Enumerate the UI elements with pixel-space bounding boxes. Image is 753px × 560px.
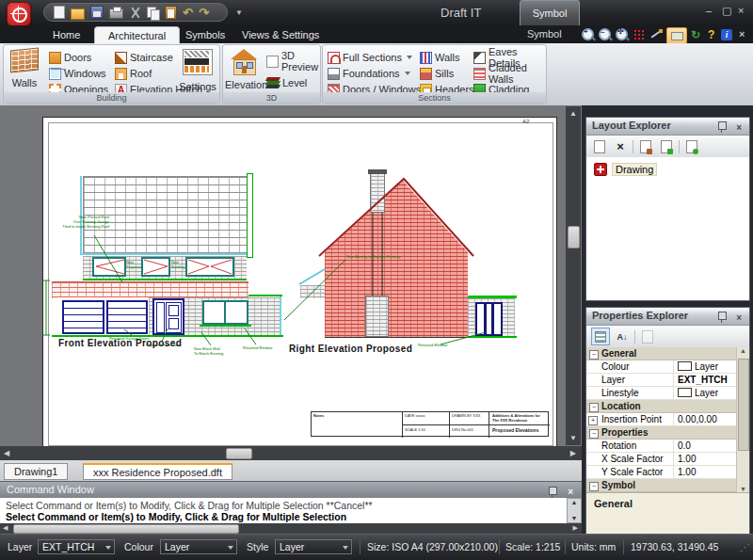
scroll-up-arrow[interactable]: ▲	[568, 499, 581, 505]
property-row-linestyle[interactable]: Linestyle Layer	[586, 387, 737, 400]
categorized-view-button[interactable]	[591, 328, 610, 345]
command-vscrollbar[interactable]: ▲ ▼	[567, 498, 582, 523]
scroll-up-arrow[interactable]: ▲	[737, 347, 749, 354]
layout-item-drawing[interactable]: Drawing	[594, 163, 657, 176]
import-layout-button[interactable]	[637, 138, 654, 154]
command-window-title: Command Window	[7, 484, 94, 495]
scroll-down-arrow[interactable]: ▼	[566, 434, 581, 442]
group-row-properties[interactable]: −Properties	[586, 426, 737, 440]
command-history[interactable]: Select Command or Item(s) to Modify, Cli…	[0, 498, 567, 524]
dropdown-caret	[228, 546, 233, 550]
right-elevation-label: Right Elevation Proposed	[289, 344, 412, 354]
pin-icon[interactable]	[718, 121, 727, 130]
scroll-down-arrow[interactable]: ▼	[737, 486, 749, 492]
layout-item-label: Drawing	[612, 163, 657, 176]
canvas-hscrollbar[interactable]: ◀ ▶	[0, 446, 582, 460]
scroll-down-arrow[interactable]: ▼	[568, 515, 581, 521]
drawing-icon	[594, 163, 607, 176]
doc-tab-residence[interactable]: xxx Residence Proposed.dft	[83, 463, 232, 480]
layout-explorer-toolbar: ×	[586, 136, 749, 158]
docking-area: Layout Explorer × × Drawin	[582, 105, 753, 534]
colour-swatch[interactable]	[678, 361, 692, 371]
cursor-coordinates: 19730.63, 31490.45	[631, 541, 718, 552]
description-title: General	[594, 498, 633, 509]
awning-annotation: New Awning to Replace Existing	[346, 254, 422, 259]
command-window-header[interactable]: Command Window ×	[0, 481, 582, 498]
pin-icon[interactable]	[549, 487, 557, 495]
property-row-insertion-point[interactable]: + Insertion Point 0.00,0.00	[586, 413, 737, 426]
properties-grid: −General Colour Layer Layer EXT_HTCH Lin…	[586, 347, 749, 492]
scroll-left-arrow[interactable]: ◀	[3, 524, 8, 532]
wall-annotation: New Block Wall To Match Existing	[194, 346, 236, 356]
properties-explorer-panel: Properties Explorer × A↓ −General Colour…	[585, 307, 750, 534]
dropdown-caret	[105, 546, 111, 550]
delete-layout-button[interactable]: ×	[612, 138, 629, 154]
scroll-left-arrow[interactable]: ◀	[4, 449, 9, 457]
colour-dropdown[interactable]: Layer	[160, 539, 237, 554]
group-row-general[interactable]: −General	[586, 347, 737, 360]
scroll-right-arrow[interactable]: ▶	[573, 524, 578, 532]
property-row-y-scale[interactable]: Y Scale Factor 1.00	[586, 466, 737, 479]
colour-label: Colour	[124, 541, 153, 552]
layout-explorer-header[interactable]: Layout Explorer ×	[586, 118, 749, 136]
document-tab-bar: Drawing1 xxx Residence Proposed.dft	[0, 460, 582, 481]
properties-vscrollbar[interactable]: ▲ ▼	[736, 347, 749, 492]
property-description: General	[586, 492, 749, 534]
doc-tab-drawing1[interactable]: Drawing1	[4, 463, 68, 480]
linestyle-swatch[interactable]	[678, 388, 692, 397]
sheet-size-status: Size: ISO A4 (297.00x210.00)	[367, 541, 498, 552]
update-layout-button[interactable]	[658, 138, 675, 154]
layout-explorer-panel: Layout Explorer × × Drawin	[585, 117, 750, 301]
properties-explorer-header[interactable]: Properties Explorer ×	[586, 308, 749, 326]
resize-grip[interactable]: ⋰	[740, 541, 750, 552]
hscroll-thumb[interactable]	[226, 448, 252, 459]
units-status: Units: mm	[571, 541, 616, 552]
command-hscrollbar[interactable]: ◀ ▶	[0, 523, 582, 534]
group-row-location[interactable]: −Location	[586, 400, 737, 413]
canvas-vscrollbar[interactable]: ▲ ▼	[566, 106, 581, 445]
sort-az-button[interactable]: A↓	[614, 328, 631, 344]
title-block-notes: Notes	[313, 413, 324, 418]
panel-close-icon[interactable]: ×	[736, 120, 742, 136]
front-elevation-label: Front Elevation Proposed	[58, 338, 182, 348]
window-annotation: Retained Window	[243, 345, 285, 350]
command-line-2: Select Command or Item(s) to Modify, Cli…	[6, 511, 346, 522]
property-row-layer[interactable]: Layer EXT_HTCH	[586, 374, 737, 387]
scale-status: Scale: 1:215	[505, 541, 560, 552]
property-row-x-scale[interactable]: X Scale Factor 1.00	[586, 453, 737, 466]
status-bar: Layer EXT_HTCH Colour Layer Style Layer …	[0, 534, 753, 560]
grid-scroll-thumb[interactable]	[738, 359, 749, 451]
pin-icon[interactable]	[718, 312, 727, 320]
panel-close-icon[interactable]: ×	[736, 310, 742, 326]
title-block-client: Additions & Alterations forThe XXX Resid…	[492, 413, 549, 423]
properties-toolbar: A↓	[586, 326, 749, 348]
vscroll-thumb[interactable]	[568, 226, 580, 248]
layout-explorer-title: Layout Explorer	[592, 120, 671, 131]
scroll-up-arrow[interactable]: ▲	[566, 109, 581, 118]
title-block-title: Proposed Elevations	[492, 428, 538, 433]
application-window: ↶ ↷ ▼ Draft IT Symbol – ▢ × Home Archite…	[0, 0, 753, 560]
property-row-colour[interactable]: Colour Layer	[586, 360, 737, 374]
copy-layout-button[interactable]	[683, 138, 700, 154]
right-window-annotation: Retained Window	[418, 343, 460, 347]
style-label: Style	[247, 541, 268, 552]
layer-label: Layer	[8, 541, 32, 552]
property-pages-button[interactable]	[639, 328, 656, 344]
roof-annotation: New Pitched Roof Over Existing Garage Ti…	[53, 215, 109, 229]
properties-explorer-title: Properties Explorer	[592, 310, 688, 321]
new-layout-button[interactable]	[591, 138, 608, 154]
layer-dropdown[interactable]: EXT_HTCH	[38, 539, 115, 554]
title-block: Notes DATE xxxxx DRAWN BY XXX SCALE 1:50…	[311, 411, 549, 437]
style-dropdown[interactable]: Layer	[275, 539, 352, 554]
group-row-symbol[interactable]: −Symbol	[586, 479, 737, 492]
dropdown-caret	[343, 546, 348, 550]
scroll-right-arrow[interactable]: ▶	[570, 449, 576, 457]
layout-tree: Drawing	[586, 157, 749, 300]
command-hscroll-thumb[interactable]	[13, 524, 239, 534]
command-line-1: Select Command or Item(s) to Modify, Cli…	[6, 500, 373, 511]
property-row-rotation[interactable]: Rotation 0.0	[586, 440, 737, 453]
